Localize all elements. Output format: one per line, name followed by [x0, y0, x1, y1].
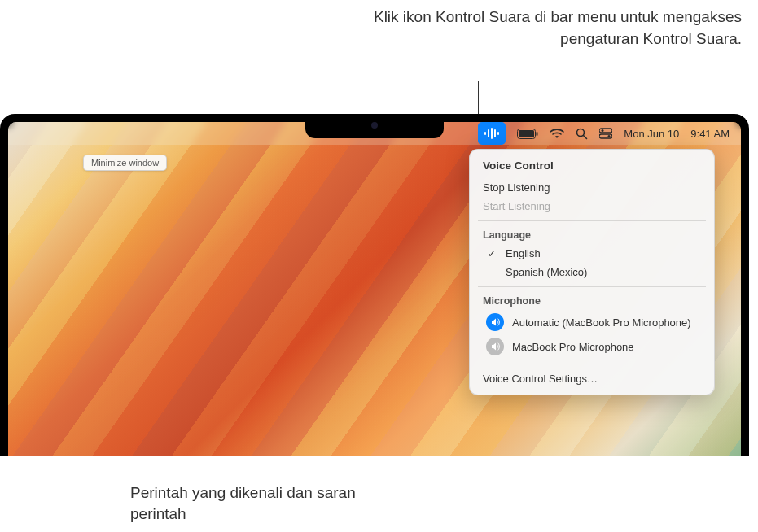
dropdown-separator [478, 286, 706, 287]
svg-rect-7 [537, 132, 538, 136]
language-label: English [506, 247, 541, 259]
annotation-top: Klik ikon Kontrol Suara di bar menu untu… [343, 7, 742, 50]
start-listening-item: Start Listening [475, 197, 709, 216]
svg-rect-1 [488, 129, 489, 137]
search-icon [576, 128, 588, 140]
microphone-label: Automatic (MacBook Pro Microphone) [512, 316, 691, 329]
menubar-time[interactable]: 9:41 AM [690, 122, 730, 145]
svg-rect-0 [484, 132, 486, 135]
svg-line-9 [584, 135, 587, 138]
display-notch [305, 114, 444, 138]
dropdown-separator [478, 220, 706, 221]
wifi-icon [550, 129, 564, 139]
microphone-item-macbook[interactable]: MacBook Pro Microphone [475, 334, 709, 359]
microphone-header: Microphone [475, 292, 709, 310]
svg-rect-3 [494, 129, 496, 137]
speaker-active-icon [486, 313, 504, 331]
laptop-frame: Mon Jun 10 9:41 AM Minimize window Voice… [0, 114, 749, 456]
dropdown-title: Voice Control [475, 156, 709, 178]
speaker-inactive-icon [486, 338, 504, 355]
svg-point-11 [602, 129, 604, 132]
microphone-item-automatic[interactable]: Automatic (MacBook Pro Microphone) [475, 310, 709, 334]
spotlight-menubar-icon[interactable] [576, 122, 588, 145]
svg-rect-10 [599, 129, 612, 133]
control-center-menubar-icon[interactable] [599, 122, 612, 145]
language-header: Language [475, 226, 709, 244]
dropdown-separator [478, 364, 706, 364]
voice-control-icon [484, 128, 500, 139]
desktop-screen: Mon Jun 10 9:41 AM Minimize window Voice… [8, 122, 741, 456]
microphone-label: MacBook Pro Microphone [512, 341, 634, 353]
annotation-bottom: Perintah yang dikenali dan saran perinta… [130, 482, 407, 525]
callout-line-bottom [129, 181, 129, 467]
svg-rect-12 [599, 134, 612, 138]
svg-rect-6 [519, 130, 534, 137]
language-label: Spanish (Mexico) [506, 266, 587, 278]
checkmark-icon: ✓ [486, 248, 497, 259]
battery-menubar-icon[interactable] [517, 122, 538, 145]
svg-rect-4 [497, 132, 499, 135]
menubar-date[interactable]: Mon Jun 10 [624, 122, 679, 145]
battery-icon [517, 129, 538, 139]
recognized-command-bubble: Minimize window [83, 155, 167, 171]
wifi-menubar-icon[interactable] [550, 122, 564, 145]
control-center-icon [599, 128, 612, 139]
language-item-english[interactable]: ✓ English [475, 244, 709, 263]
voice-control-menubar-icon[interactable] [478, 122, 506, 145]
language-item-spanish[interactable]: Spanish (Mexico) [475, 263, 709, 281]
stop-listening-item[interactable]: Stop Listening [475, 178, 709, 197]
svg-point-13 [608, 135, 611, 137]
svg-rect-2 [491, 128, 493, 139]
camera-dot [371, 122, 378, 129]
voice-control-dropdown: Voice Control Stop Listening Start Liste… [469, 149, 715, 395]
voice-control-settings-item[interactable]: Voice Control Settings… [475, 369, 709, 388]
